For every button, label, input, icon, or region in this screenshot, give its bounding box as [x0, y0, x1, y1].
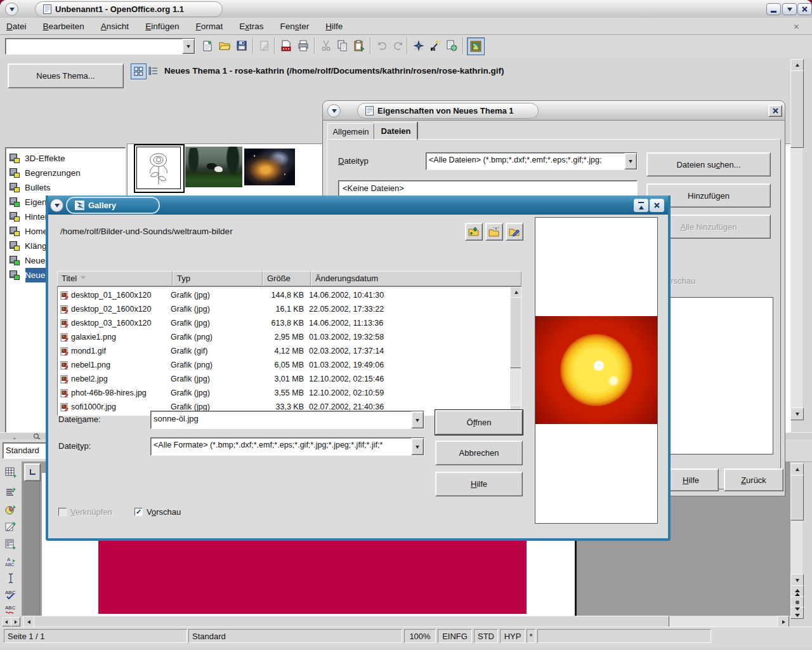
menu-format[interactable]: Format [195, 22, 223, 31]
gallery-button[interactable] [467, 37, 485, 55]
status-zoom[interactable]: 100% [404, 629, 436, 643]
link-checkbox[interactable] [58, 508, 67, 516]
file-row[interactable]: desktop_01_1600x120 Grafik (jpg) 144,8 K… [58, 288, 510, 302]
undo-button[interactable] [374, 37, 390, 54]
filetype-value[interactable]: <Alle Dateien> (*.bmp;*.dxf;*.emf;*.eps;… [426, 153, 624, 169]
tab-allgemein[interactable]: Allgemein [327, 123, 374, 140]
scroll-up-button[interactable] [790, 463, 804, 476]
rollup-button[interactable] [327, 104, 341, 117]
theme-item-begrenzungen[interactable]: Begrenzungen [6, 166, 123, 180]
help-button[interactable]: Hilfe [435, 472, 523, 496]
new-theme-button-frame[interactable]: Neues Thema... [8, 63, 124, 88]
menu-datei[interactable]: Datei [6, 22, 27, 31]
close-button[interactable] [797, 3, 812, 15]
draw-functions-button[interactable] [3, 519, 18, 534]
menu-extras[interactable]: Extras [239, 22, 263, 31]
next-page-button[interactable] [790, 607, 804, 619]
navigator-button[interactable] [410, 37, 427, 54]
scrollbar-thumb[interactable] [790, 475, 804, 521]
help-button[interactable]: Hilfe [663, 468, 719, 491]
file-table[interactable]: desktop_01_1600x120 Grafik (jpg) 144,8 K… [57, 286, 521, 416]
menu-ansicht[interactable]: Ansicht [101, 22, 129, 31]
column-header-groesse[interactable]: Größe [263, 271, 311, 286]
document-vscrollbar[interactable] [790, 463, 802, 574]
scroll-down-button[interactable] [790, 574, 804, 587]
document-hscrollbar[interactable] [23, 616, 789, 627]
icon-view-button[interactable] [131, 63, 147, 79]
list-view-button[interactable] [146, 63, 160, 78]
theme-item-3d-effekte[interactable]: 3D-Effekte [6, 151, 123, 166]
filetype-value[interactable]: <Alle Formate> (*.bmp;*.dxf;*.emf;*.eps;… [151, 438, 411, 455]
close-button[interactable] [768, 105, 782, 117]
window-menu-button[interactable] [5, 3, 18, 16]
preview-checkbox-checked[interactable]: ✓ [134, 508, 143, 516]
toolbar-scroll-left-button[interactable] [2, 617, 11, 627]
minimize-button[interactable] [766, 3, 781, 15]
column-header-titel[interactable]: Titel [57, 271, 173, 286]
print-button[interactable] [295, 37, 311, 54]
shade-button[interactable] [782, 3, 797, 15]
save-button[interactable] [233, 37, 250, 54]
back-button[interactable]: Zurück [724, 468, 783, 491]
status-selection-mode[interactable]: STD [474, 629, 498, 643]
file-list-entry[interactable]: <Keine Dateien> [339, 181, 637, 196]
autospellcheck-button[interactable]: ABC [3, 601, 18, 616]
properties-dialog-titlebar[interactable]: Eigenschaften von Neues Thema 1 [322, 100, 785, 121]
spellcheck-button[interactable]: ABC [3, 587, 18, 602]
up-one-level-button[interactable] [465, 223, 483, 241]
url-field[interactable] [6, 39, 182, 54]
paste-button[interactable] [351, 37, 367, 54]
direct-cursor-button[interactable] [3, 571, 18, 586]
menu-bearbeiten[interactable]: Bearbeiten [43, 22, 84, 31]
file-list-scrollbar[interactable] [510, 287, 521, 415]
filetype-combobox[interactable]: <Alle Formate> (*.bmp;*.dxf;*.emf;*.eps;… [150, 437, 424, 456]
create-new-directory-button[interactable] [485, 223, 503, 241]
scroll-up-button[interactable] [790, 59, 804, 72]
file-row[interactable]: mond1.gif Grafik (gif) 4,12 MB 02.03.200… [58, 344, 510, 358]
open-button[interactable]: Öffnen [435, 410, 523, 435]
file-row[interactable]: desktop_03_1600x120 Grafik (jpg) 613,8 K… [58, 316, 510, 330]
insert-table-button[interactable] [3, 465, 18, 480]
file-row[interactable]: galaxie1.png Grafik (png) 2,95 MB 01.03.… [58, 330, 510, 344]
cut-button[interactable] [318, 37, 334, 54]
form-functions-button[interactable] [3, 536, 18, 552]
thumbnail-horses[interactable] [185, 147, 242, 187]
tab-dateien[interactable]: Dateien [374, 122, 417, 140]
autotext-button[interactable]: AABC [3, 554, 18, 569]
file-row[interactable]: nebel1.png Grafik (png) 6,05 MB 01.03.20… [58, 358, 510, 372]
toolbar-scroll-right-button[interactable] [11, 617, 20, 627]
status-hyperlink-mode[interactable]: HYP [500, 629, 525, 643]
insert-fields-button[interactable] [3, 485, 18, 500]
app-titlebar[interactable]: Unbenannt1 - OpenOffice.org 1.1 [0, 0, 812, 18]
menu-hilfe[interactable]: Hilfe [325, 22, 343, 31]
thumbnail-rose-selected[interactable] [134, 144, 185, 193]
theme-item-bullets[interactable]: Bullets [6, 180, 123, 195]
document-close-icon[interactable]: × [794, 21, 799, 32]
file-row[interactable]: phot-46b-98-hires.jpg Grafik (jpg) 3,55 … [58, 386, 510, 400]
gallery-panel-scrollbar[interactable] [790, 59, 802, 419]
find-files-button[interactable]: Dateien suchen... [646, 152, 771, 176]
column-header-aenderungsdatum[interactable]: Änderungsdatum [311, 271, 521, 286]
column-header-typ[interactable]: Typ [173, 271, 263, 286]
menu-einfuegen[interactable]: Einfügen [145, 22, 179, 31]
url-dropdown-button[interactable] [182, 39, 195, 54]
dropdown-button[interactable] [624, 153, 637, 169]
cancel-button[interactable]: Abbrechen [435, 441, 523, 465]
redo-button[interactable] [390, 37, 407, 54]
filename-value[interactable]: sonne-öl.jpg [151, 411, 411, 428]
scrollbar-thumb[interactable] [510, 297, 521, 368]
edit-file-button[interactable] [256, 37, 273, 54]
status-page-style[interactable]: Standard [188, 629, 402, 643]
dropdown-button[interactable] [411, 411, 424, 428]
insert-object-button[interactable] [3, 502, 18, 517]
scroll-down-button[interactable] [790, 408, 804, 420]
url-combobox[interactable] [5, 38, 195, 55]
hyperlink-button[interactable] [443, 37, 460, 54]
new-document-button[interactable] [199, 37, 216, 54]
thumbnail-nebula[interactable] [244, 149, 295, 185]
copy-button[interactable] [334, 37, 351, 54]
menu-fenster[interactable]: Fenster [280, 22, 310, 31]
open-button[interactable] [216, 37, 233, 54]
export-pdf-button[interactable] [278, 37, 294, 54]
default-directory-button[interactable] [506, 223, 523, 241]
